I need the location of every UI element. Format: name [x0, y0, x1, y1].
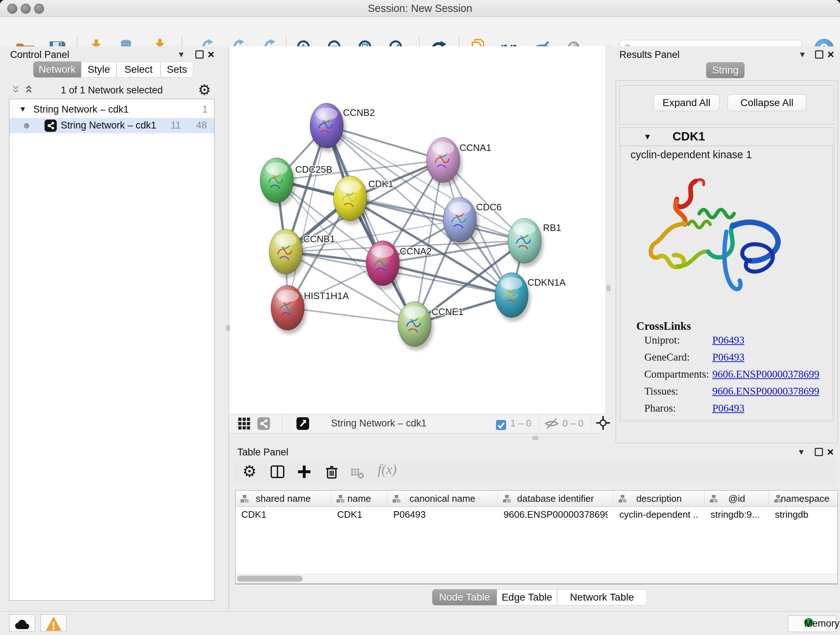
float-panel-icon[interactable] — [815, 448, 823, 456]
crosslink-link[interactable]: P06493 — [712, 334, 745, 346]
table-cell[interactable]: CDK1 — [332, 507, 382, 522]
string-results-container: Expand All Collapse All ▼ CDK1 cyclin-de… — [616, 80, 838, 443]
expand-all-button[interactable]: Expand All — [653, 95, 720, 111]
tab-select[interactable]: Select — [117, 62, 161, 78]
control-panel-tabs: NetworkStyleSelectSets — [33, 62, 193, 78]
tab-node-table[interactable]: Node Table — [432, 589, 497, 605]
node-CDC25B[interactable]: CDC25B — [260, 158, 332, 207]
tab-style[interactable]: Style — [81, 62, 117, 78]
add-column-icon[interactable] — [296, 463, 313, 480]
svg-text:CCNB1: CCNB1 — [303, 233, 335, 244]
crosshair-icon[interactable] — [595, 416, 611, 430]
svg-text:CCNA1: CCNA1 — [459, 142, 491, 153]
column-header--id[interactable]: @id — [705, 491, 769, 506]
svg-text:CCNA2: CCNA2 — [400, 246, 431, 257]
table-cell[interactable]: stringdb:9... — [705, 507, 763, 522]
table-toolbar: ⚙ f(x) — [234, 459, 836, 485]
network-view-title: String Network – cdk1 — [331, 418, 426, 429]
main-toolbar: ? — [0, 17, 840, 47]
node-table[interactable]: shared namenamecanonical namedatabase id… — [235, 490, 838, 584]
network-view-toolbar: String Network – cdk1 1 – 0 0 – 0 — [229, 414, 605, 433]
panel-menu-icon[interactable]: ▼ — [177, 50, 185, 59]
grid-view-icon[interactable] — [237, 416, 251, 431]
network-view[interactable]: CCNB2 CCNA1 CDC25B CDK1 CDC6 — [229, 46, 605, 414]
tab-network-table[interactable]: Network Table — [557, 589, 647, 605]
crosslink-link[interactable]: P06493 — [712, 351, 745, 363]
results-panel: Results Panel ▼ × String Expand All Coll… — [611, 46, 840, 445]
right-splitter-handle[interactable] — [606, 285, 611, 291]
left-splitter-handle[interactable] — [226, 325, 230, 331]
crosslink-label: GeneCard: — [644, 351, 690, 363]
svg-text:CDC6: CDC6 — [476, 202, 502, 212]
hidden-eye-icon[interactable] — [545, 416, 559, 431]
table-cell[interactable]: cyclin-dependent ... — [614, 507, 699, 522]
table-settings-gear-icon[interactable]: ⚙ — [242, 462, 259, 478]
string-share-icon[interactable] — [256, 416, 271, 431]
table-horizontal-scrollbar[interactable] — [235, 574, 837, 584]
tab-string[interactable]: String — [706, 62, 745, 78]
node-HIST1H1A[interactable]: HIST1H1A — [271, 285, 349, 334]
network-options-gear-icon[interactable]: ⚙ — [198, 82, 211, 97]
panel-menu-icon[interactable]: ▼ — [798, 50, 806, 59]
collapse-collection-icon[interactable]: ▼ — [19, 105, 27, 113]
scrollbar-thumb[interactable] — [237, 576, 303, 582]
bottom-splitter-handle[interactable] — [532, 436, 538, 440]
column-header-name[interactable]: name — [332, 491, 387, 506]
crosslink-label: Compartments: — [644, 368, 709, 380]
network-selection-status: 1 of 1 Network selected — [9, 85, 215, 96]
table-panel-title: Table Panel — [237, 447, 288, 458]
node-CCNE1[interactable]: CCNE1 — [398, 302, 463, 350]
collapse-gene-icon[interactable]: ▼ — [644, 132, 652, 141]
table-cell[interactable]: CDK1 — [235, 507, 325, 522]
column-header-namespace[interactable]: namespace — [769, 491, 838, 506]
cloud-button[interactable] — [9, 614, 35, 632]
toolbar-separator — [591, 416, 591, 432]
crosslink-row: Tissues:9606.ENSP00000378699 — [644, 385, 825, 402]
float-panel-icon[interactable] — [195, 50, 204, 59]
crosslink-link[interactable]: P06493 — [712, 402, 745, 414]
float-panel-icon[interactable] — [815, 50, 823, 59]
node-CCNB2[interactable]: CCNB2 — [310, 103, 375, 152]
gene-name: CDK1 — [673, 130, 705, 143]
table-cell[interactable]: P06493 — [387, 507, 492, 522]
table-cell[interactable]: stringdb — [769, 507, 836, 522]
string-network-graph[interactable]: CCNB2 CCNA1 CDC25B CDK1 CDC6 — [229, 46, 605, 414]
network-row[interactable]: String Network – cdk1 11 48 — [9, 118, 214, 133]
node-CDKN1A[interactable]: CDKN1A — [495, 272, 566, 321]
svg-text:CCNB2: CCNB2 — [343, 107, 375, 118]
crosslink-link[interactable]: 9606.ENSP00000378699 — [712, 385, 819, 397]
tab-sets[interactable]: Sets — [161, 62, 193, 78]
selected-checkbox-icon[interactable] — [495, 418, 507, 432]
crosslinks-title: CrossLinks — [636, 320, 691, 333]
crosslink-link[interactable]: 9606.ENSP00000378699 — [712, 368, 819, 380]
close-panel-icon[interactable]: × — [827, 49, 834, 59]
memory-button[interactable]: Memory — [788, 616, 836, 632]
node-CCNA1[interactable]: CCNA1 — [426, 138, 491, 187]
table-cell[interactable]: 9606.ENSP00000378699 — [498, 507, 608, 522]
svg-text:CDK1: CDK1 — [368, 179, 393, 189]
network-edge-count: 48 — [196, 120, 207, 131]
column-header-database-identifier[interactable]: database identifier — [498, 491, 614, 506]
control-panel: Control Panel ▼ × NetworkStyleSelectSets… — [0, 46, 229, 610]
column-header-canonical-name[interactable]: canonical name — [387, 491, 498, 506]
tab-network[interactable]: Network — [33, 62, 81, 78]
results-panel-title: Results Panel — [619, 49, 680, 60]
close-panel-icon[interactable]: × — [827, 447, 834, 457]
warnings-button[interactable] — [41, 614, 66, 632]
node-CDK1[interactable]: CDK1 — [333, 176, 393, 225]
node-RB1[interactable]: RB1 — [508, 218, 561, 267]
birds-eye-view-icon[interactable] — [295, 416, 310, 431]
column-header-shared-name[interactable]: shared name — [235, 491, 332, 506]
gene-header-row[interactable]: ▼ CDK1 — [620, 128, 834, 146]
show-columns-icon[interactable] — [269, 463, 286, 480]
close-panel-icon[interactable]: × — [208, 49, 215, 59]
collapse-all-button[interactable]: Collapse All — [728, 95, 806, 111]
delete-column-icon[interactable] — [324, 463, 340, 480]
string-network-icon — [44, 119, 57, 132]
delete-table-icon — [350, 465, 365, 481]
crosslink-row: Compartments:9606.ENSP00000378699 — [644, 368, 825, 385]
tab-edge-table[interactable]: Edge Table — [497, 589, 557, 605]
panel-menu-icon[interactable]: ▼ — [797, 448, 805, 457]
column-header-description[interactable]: description — [614, 491, 705, 506]
network-collection-row[interactable]: ▼ String Network – cdk1 1 — [9, 102, 214, 117]
